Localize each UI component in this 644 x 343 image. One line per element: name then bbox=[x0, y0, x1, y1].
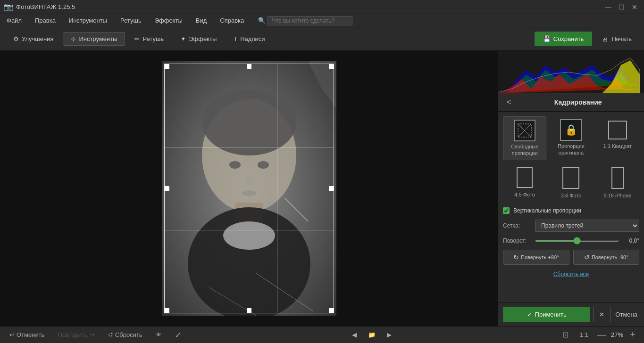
reset-link-area: Сбросить все bbox=[503, 270, 639, 278]
vertical-proportions-checkbox[interactable] bbox=[503, 207, 510, 214]
apply-button[interactable]: ✓ Применить bbox=[503, 307, 590, 322]
vertical-proportions-row: Вертикальные пропорции bbox=[503, 207, 639, 214]
titlebar-left: 📷 ФотоВИНТАЖ 1.25.5 bbox=[4, 2, 75, 11]
nav-folder-button[interactable]: 📁 bbox=[364, 329, 379, 340]
grid-control-row: Сетка: Нет Правило третей Сетка Диагонал… bbox=[503, 220, 639, 232]
crop-option-916[interactable]: 9:16 iPhone bbox=[596, 163, 639, 202]
zoom-minus-button[interactable]: — bbox=[596, 329, 607, 341]
expand-icon: ⤢ bbox=[175, 330, 181, 339]
menu-file[interactable]: Файл bbox=[4, 16, 25, 25]
cancel-button[interactable]: Отмена bbox=[613, 307, 639, 322]
main-area: < Кадрирование bbox=[0, 51, 644, 326]
brush-icon: ✏ bbox=[134, 35, 140, 42]
rotate-ccw-icon: ↺ bbox=[584, 253, 590, 261]
fit-button[interactable]: ⊡ bbox=[559, 328, 572, 341]
print-label: Печать bbox=[611, 35, 632, 42]
crop-icon-square bbox=[608, 121, 627, 139]
tab-inscriptions[interactable]: T Надписи bbox=[226, 33, 272, 45]
crop-icon-34 bbox=[562, 167, 579, 189]
zoom-plus-button[interactable]: + bbox=[627, 329, 638, 341]
reset-label: Сбросить bbox=[115, 331, 142, 338]
sparkle-icon: ✦ bbox=[181, 35, 186, 42]
nav-prev-button[interactable]: ◀ bbox=[348, 329, 360, 340]
save-icon: 💾 bbox=[543, 35, 551, 42]
crop-label-free: Свободныепропорции bbox=[511, 143, 538, 157]
histogram bbox=[498, 51, 644, 93]
undo-button[interactable]: ↩ Отменить bbox=[6, 329, 48, 340]
app-title: ФотоВИНТАЖ 1.25.5 bbox=[16, 3, 75, 10]
grid-select[interactable]: Нет Правило третей Сетка Диагональ bbox=[535, 220, 639, 232]
search-area: 🔍 bbox=[258, 16, 352, 25]
zoom-minus-icon: — bbox=[597, 330, 606, 340]
menu-tools[interactable]: Инструменты bbox=[66, 16, 110, 25]
toolbar-actions: 💾 Сохранить 🖨 Печать bbox=[535, 32, 638, 46]
eye-button[interactable]: 👁 bbox=[152, 329, 166, 340]
crop-icon-original: 🔒 bbox=[560, 119, 582, 141]
rotate-ccw-button[interactable]: ↺ Повернуть -90° bbox=[573, 250, 640, 265]
tab-tools[interactable]: ⊹ Инструменты bbox=[63, 32, 125, 46]
zoom-1to1-button[interactable]: 1:1 bbox=[576, 329, 592, 340]
menu-effects[interactable]: Эффекты bbox=[152, 16, 185, 25]
search-icon: 🔍 bbox=[258, 17, 266, 24]
redo-label: Повторить bbox=[58, 331, 87, 338]
nav-next-button[interactable]: ▶ bbox=[383, 329, 395, 340]
action-buttons: ✓ Применить ✕ Отмена bbox=[498, 302, 644, 326]
expand-button[interactable]: ⤢ bbox=[171, 328, 185, 341]
lock-icon: 🔒 bbox=[565, 124, 577, 136]
rotate-ccw-label: Повернуть -90° bbox=[592, 254, 628, 260]
crop-label-45: 4:5 Фото bbox=[514, 191, 535, 198]
crop-option-free[interactable]: Свободныепропорции bbox=[503, 116, 546, 160]
tab-effects[interactable]: ✦ Эффекты bbox=[173, 33, 224, 45]
panel-title: Кадрирование bbox=[518, 98, 638, 106]
statusbar: ↩ Отменить Повторить ↪ ↺ Сбросить 👁 ⤢ ◀ … bbox=[0, 326, 644, 343]
svg-point-6 bbox=[223, 221, 275, 250]
tab-improvements[interactable]: ⚙ Улучшения bbox=[6, 33, 61, 45]
save-label: Сохранить bbox=[553, 35, 584, 42]
canvas-area[interactable] bbox=[0, 51, 498, 326]
free-icon-svg bbox=[516, 122, 533, 139]
search-input[interactable] bbox=[268, 16, 352, 25]
crop-option-square[interactable]: 1:1 Квадрат bbox=[596, 116, 639, 160]
menu-help[interactable]: Справка bbox=[217, 16, 247, 25]
crop-option-34[interactable]: 3:4 Фото bbox=[549, 163, 593, 202]
toolbar: ⚙ Улучшения ⊹ Инструменты ✏ Ретушь ✦ Эфф… bbox=[0, 27, 644, 51]
checkmark-icon: ✓ bbox=[527, 311, 532, 318]
toolbar-tabs: ⚙ Улучшения ⊹ Инструменты ✏ Ретушь ✦ Эфф… bbox=[6, 32, 273, 46]
print-button[interactable]: 🖨 Печать bbox=[596, 32, 638, 46]
rotation-slider[interactable] bbox=[535, 240, 619, 242]
rotate-cw-icon: ↻ bbox=[513, 253, 519, 261]
tab-improvements-label: Улучшения bbox=[22, 35, 53, 42]
tab-retouch[interactable]: ✏ Ретушь bbox=[127, 33, 171, 45]
reset-button[interactable]: ↺ Сбросить bbox=[104, 329, 146, 340]
save-button[interactable]: 💾 Сохранить bbox=[535, 32, 593, 46]
tab-retouch-label: Ретушь bbox=[142, 35, 164, 42]
photo-svg bbox=[162, 61, 336, 316]
eye-icon: 👁 bbox=[156, 331, 162, 338]
nav-next-icon: ▶ bbox=[387, 331, 392, 338]
apply-label: Применить bbox=[535, 311, 567, 318]
redo-button[interactable]: Повторить ↪ bbox=[54, 329, 98, 340]
cancel-x-button[interactable]: ✕ bbox=[593, 307, 611, 322]
right-panel: < Кадрирование bbox=[498, 51, 644, 326]
crop-option-45[interactable]: 4:5 Фото bbox=[503, 163, 546, 202]
reset-link[interactable]: Сбросить все bbox=[553, 271, 589, 278]
rotate-cw-button[interactable]: ↻ Повернуть +90° bbox=[503, 250, 569, 265]
print-icon: 🖨 bbox=[602, 35, 609, 42]
menu-edit[interactable]: Правка bbox=[32, 16, 59, 25]
undo-icon: ↩ bbox=[9, 331, 15, 338]
crop-label-original: Пропорцииоригинала bbox=[558, 143, 585, 156]
crop-options-grid: Свободныепропорции 🔒 Пропорцииоригинала … bbox=[503, 116, 639, 202]
crop-label-square: 1:1 Квадрат bbox=[603, 143, 632, 149]
menu-view[interactable]: Вид bbox=[193, 16, 210, 25]
reset-icon: ↺ bbox=[108, 331, 113, 338]
statusbar-left: ↩ Отменить Повторить ↪ ↺ Сбросить 👁 ⤢ bbox=[6, 328, 185, 341]
panel-back-button[interactable]: < bbox=[504, 97, 514, 107]
crop-option-original[interactable]: 🔒 Пропорцииоригинала bbox=[549, 116, 593, 160]
panel-scroll-area[interactable]: Свободныепропорции 🔒 Пропорцииоригинала … bbox=[498, 112, 644, 302]
tab-effects-label: Эффекты bbox=[189, 35, 217, 42]
minimize-button[interactable]: — bbox=[602, 1, 614, 13]
menu-retouch[interactable]: Ретушь bbox=[117, 16, 144, 25]
close-button[interactable]: ✕ bbox=[629, 1, 640, 13]
nav-prev-icon: ◀ bbox=[352, 331, 357, 338]
maximize-button[interactable]: ☐ bbox=[616, 1, 627, 13]
